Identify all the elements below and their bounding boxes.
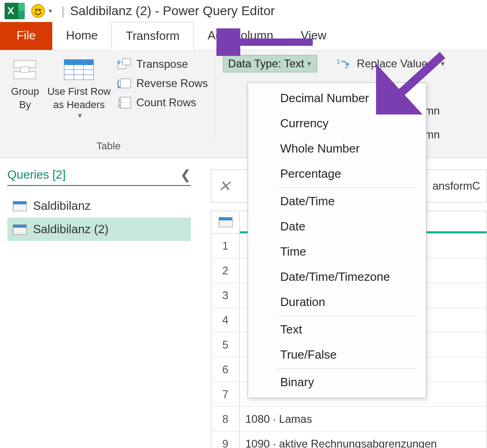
- datatype-option-percentage[interactable]: Percentage: [248, 161, 426, 186]
- chevron-down-icon: ▼: [77, 111, 83, 120]
- svg-rect-11: [121, 79, 131, 88]
- table-icon: [13, 201, 27, 211]
- count-rows-button[interactable]: 1 2 Count Rows: [117, 96, 208, 109]
- queries-header[interactable]: Queries [2] ❮: [7, 167, 191, 186]
- query-item-label: Saldibilanz: [33, 199, 91, 213]
- excel-icon: [5, 3, 23, 19]
- clear-formula-icon[interactable]: ✕: [218, 177, 231, 195]
- row-number[interactable]: 7: [211, 382, 240, 406]
- use-first-row-button[interactable]: Use First Row as Headers▼: [45, 55, 112, 122]
- svg-line-19: [390, 55, 443, 103]
- queries-title: Queries [2]: [7, 168, 66, 182]
- menu-separator: [276, 187, 417, 188]
- tab-home[interactable]: Home: [52, 22, 111, 50]
- query-item-label: Saldibilanz (2): [33, 222, 109, 236]
- tab-file[interactable]: File: [0, 22, 52, 50]
- group-label-table: Table: [96, 138, 121, 156]
- annotation-arrow-1: [216, 28, 317, 56]
- data-type-menu: Decimal NumberCurrencyWhole NumberPercen…: [248, 82, 426, 398]
- svg-text:2: 2: [118, 103, 121, 108]
- menu-separator: [276, 316, 417, 316]
- formula-text: ansformC: [432, 180, 480, 192]
- group-by-label: Group By: [11, 85, 39, 111]
- row-number[interactable]: 3: [211, 283, 240, 307]
- datatype-option-date[interactable]: Date: [248, 214, 426, 239]
- reverse-rows-label: Reverse Rows: [136, 77, 208, 90]
- group-by-icon: [11, 58, 39, 82]
- datatype-option-date-time-timezone[interactable]: Date/Time/Timezone: [248, 264, 426, 290]
- row-number[interactable]: 8: [211, 407, 240, 431]
- reverse-rows-icon: [117, 77, 132, 90]
- query-item[interactable]: Saldibilanz: [7, 194, 191, 218]
- ribbon-group-table: Group By Use First Row as Headers▼: [4, 53, 213, 158]
- datatype-option-text[interactable]: Text: [248, 317, 426, 342]
- title-bar: ▼ | Saldibilanz (2) - Power Query Editor: [0, 0, 487, 22]
- row-number[interactable]: 6: [211, 357, 240, 382]
- svg-text:1: 1: [118, 98, 121, 103]
- datatype-option-date-time[interactable]: Date/Time: [248, 189, 426, 214]
- svg-rect-4: [64, 60, 94, 65]
- query-item[interactable]: Saldibilanz (2): [7, 218, 191, 241]
- datatype-option-true-false[interactable]: True/False: [248, 342, 426, 367]
- collapse-chevron-icon[interactable]: ❮: [180, 167, 191, 182]
- title-separator: |: [61, 4, 65, 18]
- table-headers-icon: [62, 58, 95, 82]
- queries-panel: Queries [2] ❮ SaldibilanzSaldibilanz (2): [0, 158, 198, 250]
- count-rows-label: Count Rows: [136, 96, 196, 109]
- datatype-option-currency[interactable]: Currency: [248, 111, 426, 136]
- datatype-option-time[interactable]: Time: [248, 239, 426, 264]
- data-type-button[interactable]: Data Type: Text ▼: [223, 55, 317, 72]
- annotation-arrow-2: [376, 50, 449, 115]
- datatype-option-binary[interactable]: Binary: [248, 370, 426, 395]
- cell-value[interactable]: 1090 · aktive Rechnungsabgrenzungen: [240, 437, 487, 448]
- transpose-label: Transpose: [136, 58, 188, 71]
- menu-separator: [276, 368, 417, 369]
- transpose-icon: [117, 58, 132, 71]
- chevron-down-icon: ▼: [306, 60, 312, 67]
- smiley-icon[interactable]: [31, 4, 45, 18]
- select-all-corner[interactable]: [211, 211, 240, 233]
- row-number[interactable]: 2: [211, 258, 240, 283]
- row-number[interactable]: 5: [211, 333, 240, 357]
- svg-text:1: 1: [337, 58, 340, 65]
- transpose-button[interactable]: Transpose: [117, 58, 208, 71]
- datatype-option-whole-number[interactable]: Whole Number: [248, 136, 426, 161]
- table-icon: [13, 224, 27, 235]
- window-title: Saldibilanz (2) - Power Query Editor: [70, 4, 275, 18]
- data-type-label: Data Type: Text: [228, 57, 304, 70]
- table-row[interactable]: 81080 · Lamas: [211, 407, 487, 432]
- use-first-row-label: Use First Row as Headers: [47, 85, 111, 111]
- row-number[interactable]: 1: [211, 234, 240, 258]
- count-rows-icon: 1 2: [117, 96, 132, 109]
- tab-transform[interactable]: Transform: [111, 22, 194, 50]
- table-icon: [219, 217, 232, 227]
- table-row[interactable]: 91090 · aktive Rechnungsabgrenzungen: [211, 432, 487, 448]
- replace-values-icon: 1 2: [336, 57, 352, 70]
- row-number[interactable]: 9: [211, 432, 240, 448]
- svg-rect-10: [122, 59, 131, 65]
- svg-rect-2: [21, 67, 29, 72]
- ribbon-separator: [215, 56, 216, 138]
- group-by-button[interactable]: Group By: [9, 55, 41, 114]
- datatype-option-duration[interactable]: Duration: [248, 290, 426, 315]
- row-number[interactable]: 4: [211, 308, 240, 332]
- reverse-rows-button[interactable]: Reverse Rows: [117, 77, 208, 90]
- qat-dropdown-icon[interactable]: ▼: [48, 8, 53, 14]
- cell-value[interactable]: 1080 · Lamas: [240, 413, 487, 426]
